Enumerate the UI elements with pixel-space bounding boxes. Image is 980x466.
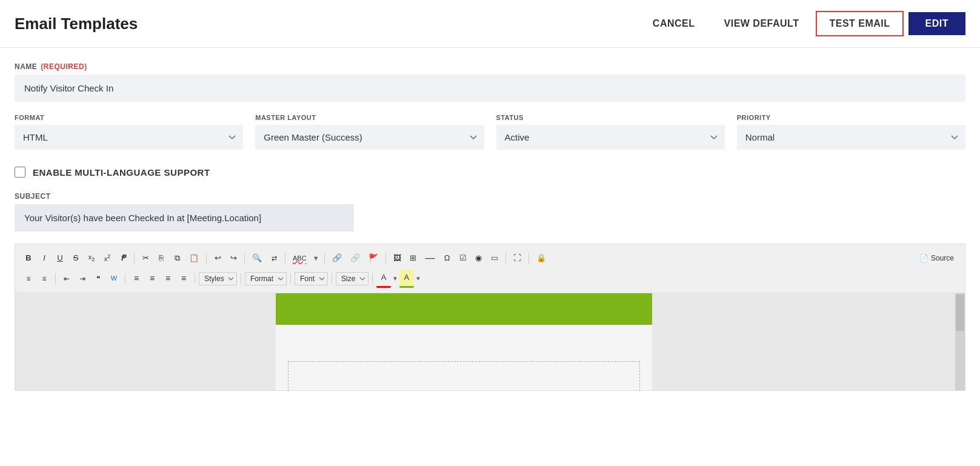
styles-dropdown[interactable]: Styles [199,272,237,285]
bold-button[interactable]: B [21,250,36,266]
separator-7 [505,253,506,264]
editor-right-area [652,293,955,390]
separator-14 [332,273,332,284]
email-content-area-1 [288,361,640,390]
cancel-button[interactable]: CANCEL [641,12,707,35]
removeformat-button[interactable]: Ᵽ [116,250,130,266]
outdent-button[interactable]: ⇤ [59,271,74,287]
hrule-button[interactable]: — [422,249,439,267]
page: Email Templates CANCEL VIEW DEFAULT TEST… [0,0,980,466]
separator-1 [134,253,135,264]
multi-language-label: ENABLE MULTI-LANGUAGE SUPPORT [33,167,210,178]
format-select[interactable]: HTML Text [15,125,243,150]
toolbar-row-2: ≡ ≡ ⇤ ⇥ ❝ W ≡ ≡ ≡ ≡ Styles [21,270,959,287]
copy-button[interactable]: ⎘ [154,250,168,266]
scrollbar-thumb[interactable] [956,295,964,331]
source-icon: 📄 [919,254,928,262]
bullet-list-button[interactable]: ≡ [37,271,52,287]
source-button[interactable]: 📄 Source [915,251,959,265]
strikethrough-button[interactable]: S [68,250,83,266]
multi-language-checkbox[interactable] [15,167,25,178]
separator-5 [324,253,325,264]
undo-button[interactable]: ↩ [210,250,225,266]
status-label: STATUS [496,114,725,121]
format-dropdown-group: FORMAT HTML Text [15,114,243,150]
indent-button[interactable]: ⇥ [75,271,90,287]
specialchar-button[interactable]: Ω [440,250,455,266]
subject-section: SUBJECT [15,192,965,231]
subject-input[interactable] [15,204,354,231]
cut-button[interactable]: ✂ [138,250,153,266]
name-label: NAME(Required) [15,62,965,71]
link-button[interactable]: 🔗 [328,250,345,266]
image-button[interactable]: 🖼 [390,250,405,266]
editor-body[interactable] [15,293,965,390]
separator-9 [55,273,56,284]
italic-button[interactable]: I [37,250,52,266]
align-left-button[interactable]: ≡ [129,270,144,287]
name-field-group: NAME(Required) [15,62,965,114]
numbered-list-button[interactable]: ≡ [21,271,36,287]
separator-2 [206,253,207,264]
test-email-button[interactable]: TEST EMAIL [816,11,903,36]
align-right-button[interactable]: ≡ [161,270,175,287]
underline-button[interactable]: U [53,250,67,266]
align-justify-button[interactable]: ≡ [176,270,191,287]
font-color-button[interactable]: A [376,270,391,287]
redo-button[interactable]: ↪ [226,250,241,266]
word-button[interactable]: W [107,271,121,285]
subject-label: SUBJECT [15,192,965,201]
separator-4 [285,253,285,264]
textbox-button[interactable]: ▭ [487,250,502,266]
multi-language-row: ENABLE MULTI-LANGUAGE SUPPORT [15,167,965,178]
radio-button[interactable]: ◉ [472,250,486,266]
status-dropdown-group: STATUS Active Inactive [496,114,725,150]
highlight-color-arrow: ▼ [415,275,421,282]
separator-12 [241,273,241,284]
checkbox-button[interactable]: ☑ [456,250,470,266]
master-layout-dropdown-group: MASTER LAYOUT Green Master (Success) Blu… [255,114,484,150]
separator-11 [195,273,195,284]
align-center-button[interactable]: ≡ [145,270,159,287]
name-input[interactable] [15,75,965,102]
table-button[interactable]: ⊞ [406,250,421,266]
size-dropdown[interactable]: Size [336,272,368,285]
master-layout-select[interactable]: Green Master (Success) Blue Master Red M… [255,125,484,150]
editor-left-area [15,293,276,390]
highlight-color-button[interactable]: A [399,270,414,287]
unlink-button[interactable]: 🔗 [347,250,364,266]
email-header-bar [276,293,652,325]
separator-8 [528,253,529,264]
paste-button[interactable]: ⧉ [170,250,184,266]
separator-6 [385,253,386,264]
separator-15 [372,273,373,284]
priority-dropdown-group: PRIORITY Normal High Low [737,114,965,150]
priority-select[interactable]: Normal High Low [737,125,965,150]
separator-3 [244,253,245,264]
editor-scrollbar[interactable] [955,293,965,390]
edit-button[interactable]: EDIT [908,12,965,35]
format-dropdown[interactable]: Format [245,272,287,285]
maximize-button[interactable]: ⛶ [510,250,525,266]
master-layout-label: MASTER LAYOUT [255,114,484,121]
lock-button[interactable]: 🔒 [533,250,550,266]
status-select[interactable]: Active Inactive [496,125,725,150]
editor-toolbar: B I U S x2 x2 Ᵽ ✂ ⎘ ⧉ 📋 ↩ ↪ 🔍 [15,244,965,293]
view-default-button[interactable]: VIEW DEFAULT [712,12,812,35]
pastetext-button[interactable]: 📋 [185,250,202,266]
find-button[interactable]: 🔍 [248,250,265,266]
spellcheck-button[interactable]: ABC [289,251,310,265]
header-actions: CANCEL VIEW DEFAULT TEST EMAIL EDIT [641,11,965,36]
anchor-button[interactable]: 🚩 [365,250,382,266]
editor-container: B I U S x2 x2 Ᵽ ✂ ⎘ ⧉ 📋 ↩ ↪ 🔍 [15,244,965,391]
font-dropdown[interactable]: Font [295,272,328,285]
subscript-button[interactable]: x2 [84,250,99,266]
content: NAME(Required) FORMAT HTML Text MASTER L… [0,48,980,405]
replace-button[interactable]: ⇄ [267,251,281,265]
font-color-arrow: ▼ [392,275,398,282]
separator-13 [290,273,291,284]
priority-label: PRIORITY [737,114,965,121]
superscript-button[interactable]: x2 [100,250,115,266]
blockquote-button[interactable]: ❝ [91,271,105,287]
editor-center-area [276,293,652,390]
